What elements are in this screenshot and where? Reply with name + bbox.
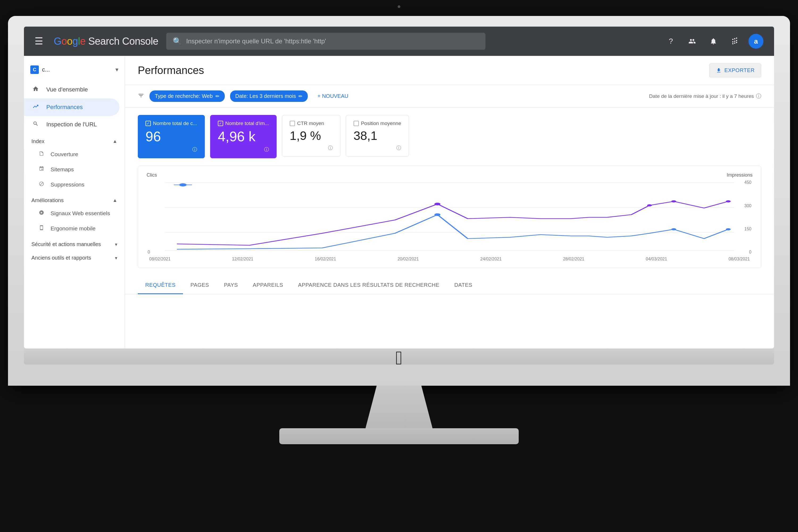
filter-chip-search-type-edit-icon: ✏ xyxy=(215,93,220,99)
sidebar-item-suppressions-label: Suppressions xyxy=(51,182,84,188)
securite-arrow-icon: ▾ xyxy=(115,242,117,247)
tab-requetes[interactable]: REQUÊTES xyxy=(138,277,183,294)
x-label-1: 12/02/2021 xyxy=(232,257,253,262)
help-icon[interactable]: ? xyxy=(663,34,678,49)
users-icon[interactable] xyxy=(685,34,700,49)
sidebar-item-couverture-label: Couverture xyxy=(51,151,78,157)
metric-card-impressions[interactable]: ✓ Nombre total d'im... 4,96 k ⓘ xyxy=(210,115,277,158)
tab-apparence[interactable]: APPARENCE DANS LES RÉSULTATS DE RECHERCH… xyxy=(291,277,447,294)
x-label-0: 08/02/2021 xyxy=(149,257,171,262)
metric-checkbox-ctr xyxy=(290,121,295,126)
metric-card-position[interactable]: Position moyenne 38,1 ⓘ xyxy=(346,115,409,157)
section-securite-label: Sécurité et actions manuelles xyxy=(32,241,101,247)
metric-name-position: Position moyenne xyxy=(361,120,401,126)
filter-chip-search-type-label: Type de recherche: Web xyxy=(155,93,213,99)
sidebar-item-signaux[interactable]: Signaux Web essentiels xyxy=(24,206,119,221)
svg-point-10 xyxy=(726,228,731,230)
filter-chip-date-edit-icon: ✏ xyxy=(299,93,302,99)
filter-chip-date[interactable]: Date: Les 3 derniers mois ✏ xyxy=(230,91,308,102)
sidebar-item-sitemaps[interactable]: Sitemaps xyxy=(24,162,119,177)
apple-logo:  xyxy=(396,347,402,369)
search-bar[interactable]: 🔍 Inspecter n'importe quelle URL de 'htt… xyxy=(166,33,486,50)
metric-checkbox-clics: ✓ xyxy=(146,121,151,126)
bell-icon[interactable] xyxy=(706,34,721,49)
top-bar-icons: ? a xyxy=(663,34,763,49)
bolt-icon xyxy=(38,210,45,216)
chart-labels: Clics Impressions xyxy=(147,172,753,178)
new-filter-button[interactable]: + NOUVEAU xyxy=(313,91,353,102)
metric-name-clics: Nombre total de c... xyxy=(153,120,197,126)
sidebar-item-overview[interactable]: Vue d'ensemble xyxy=(24,81,119,98)
trend-icon xyxy=(32,103,40,111)
last-update-text: Date de la dernière mise à jour : il y a… xyxy=(649,93,754,99)
sidebar: C c... ▾ Vue d'ensemble xyxy=(24,56,125,348)
metric-card-ctr[interactable]: CTR moyen 1,9 % ⓘ xyxy=(282,115,341,157)
svg-point-6 xyxy=(671,200,676,203)
svg-point-9 xyxy=(671,228,676,230)
export-button[interactable]: EXPORTER xyxy=(709,63,761,77)
index-arrow-icon: ▲ xyxy=(113,138,117,144)
imac-screen-bezel: ☰ Google Search Console 🔍 Inspecter n'im… xyxy=(8,16,790,386)
sidebar-item-performances[interactable]: Performances xyxy=(24,98,119,116)
magnify-icon xyxy=(32,121,40,128)
y-axis-right: 450 300 150 0 xyxy=(743,180,753,254)
metric-label-position: Position moyenne xyxy=(354,120,401,126)
svg-point-8 xyxy=(434,213,440,216)
tab-pays[interactable]: PAYS xyxy=(216,277,245,294)
x-label-4: 24/02/2021 xyxy=(480,257,502,262)
sitemap-icon xyxy=(38,166,45,173)
sidebar-item-couverture[interactable]: Couverture xyxy=(24,147,119,162)
hamburger-icon[interactable]: ☰ xyxy=(35,36,43,47)
svg-point-5 xyxy=(647,204,652,206)
filter-icon xyxy=(138,92,144,100)
mobile-icon xyxy=(38,225,45,232)
sidebar-item-url-inspect[interactable]: Inspection de l'URL xyxy=(24,116,119,133)
metrics-row: ✓ Nombre total de c... 96 ⓘ ✓ Nomb xyxy=(125,108,774,166)
section-anciens[interactable]: Anciens outils et rapports ▾ xyxy=(24,249,125,263)
sidebar-item-ergonomie[interactable]: Ergonomie mobile xyxy=(24,221,119,236)
avatar[interactable]: a xyxy=(748,34,763,49)
sidebar-item-signaux-label: Signaux Web essentiels xyxy=(51,210,110,216)
metric-value-ctr: 1,9 % xyxy=(290,129,333,142)
metric-name-ctr: CTR moyen xyxy=(297,120,324,126)
metric-label-impressions: ✓ Nombre total d'im... xyxy=(218,120,269,126)
ameliorations-arrow-icon: ▲ xyxy=(113,198,117,203)
section-ameliorations[interactable]: Améliorations ▲ xyxy=(24,192,125,206)
imac-base xyxy=(279,428,519,444)
search-input[interactable]: Inspecter n'importe quelle URL de 'https… xyxy=(186,38,479,45)
top-bar: ☰ Google Search Console 🔍 Inspecter n'im… xyxy=(24,26,774,56)
last-update-info-icon[interactable]: ⓘ xyxy=(756,93,761,100)
sidebar-item-performances-label: Performances xyxy=(46,104,83,111)
chart-left-label: Clics xyxy=(147,172,157,178)
metric-card-clics[interactable]: ✓ Nombre total de c... 96 ⓘ xyxy=(138,115,205,158)
section-index-label: Index xyxy=(32,138,44,145)
export-label: EXPORTER xyxy=(724,67,755,73)
metric-checkbox-position xyxy=(354,121,359,126)
metric-label-clics: ✓ Nombre total de c... xyxy=(146,120,197,126)
section-ameliorations-label: Améliorations xyxy=(32,197,63,204)
chart-area: Clics Impressions 450 300 150 0 xyxy=(138,166,761,268)
metric-help-ctr: ⓘ xyxy=(290,145,333,151)
grid-icon[interactable] xyxy=(727,34,742,49)
tab-dates[interactable]: DATES xyxy=(447,277,480,294)
page-title: Performances xyxy=(138,64,204,76)
section-index[interactable]: Index ▲ xyxy=(24,133,125,147)
sidebar-item-suppressions[interactable]: Suppressions xyxy=(24,177,119,192)
tab-pages[interactable]: PAGES xyxy=(183,277,216,294)
y-axis-left: 0 xyxy=(147,180,151,254)
x-label-6: 04/03/2021 xyxy=(646,257,667,262)
section-securite[interactable]: Sécurité et actions manuelles ▾ xyxy=(24,236,125,249)
search-icon: 🔍 xyxy=(173,37,182,46)
metric-value-clics: 96 xyxy=(146,129,197,144)
site-dropdown-icon[interactable]: ▾ xyxy=(115,66,118,73)
home-icon xyxy=(32,86,40,94)
scene: ☰ Google Search Console 🔍 Inspecter n'im… xyxy=(0,0,798,532)
filter-chip-search-type[interactable]: Type de recherche: Web ✏ xyxy=(150,91,225,102)
tabs-row: REQUÊTES PAGES PAYS APPAREILS xyxy=(125,277,774,294)
site-favicon: C xyxy=(30,65,39,74)
metric-name-impressions: Nombre total d'im... xyxy=(225,120,269,126)
site-selector[interactable]: C c... ▾ xyxy=(24,61,125,78)
tab-appareils[interactable]: APPAREILS xyxy=(245,277,290,294)
metric-help-impressions: ⓘ xyxy=(218,146,269,153)
x-label-2: 16/02/2021 xyxy=(315,257,336,262)
